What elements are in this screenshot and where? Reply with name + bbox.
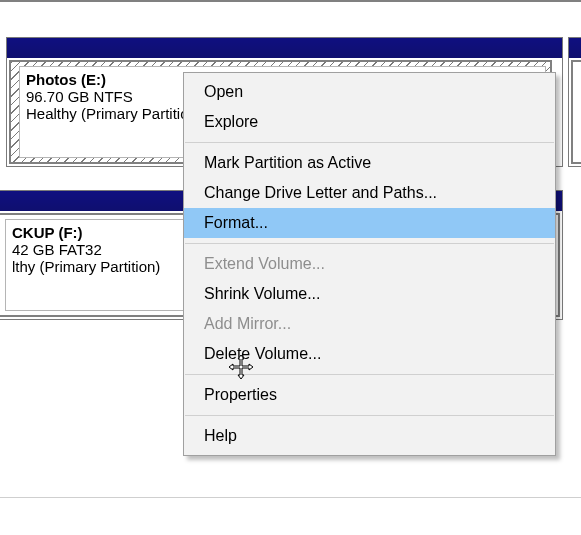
- menu-explore[interactable]: Explore: [184, 107, 555, 137]
- volume-right-partial[interactable]: 4 H: [571, 60, 581, 164]
- window-frame-top: [0, 0, 581, 2]
- disk-1b-header-bar: [569, 38, 581, 58]
- menu-add-mirror: Add Mirror...: [184, 309, 555, 339]
- menu-separator: [185, 374, 554, 375]
- pane-divider: [0, 497, 581, 498]
- menu-change-drive-letter[interactable]: Change Drive Letter and Paths...: [184, 178, 555, 208]
- menu-format[interactable]: Format...: [184, 208, 555, 238]
- menu-separator: [185, 142, 554, 143]
- menu-separator: [185, 243, 554, 244]
- volume-context-menu: Open Explore Mark Partition as Active Ch…: [183, 72, 556, 456]
- menu-open[interactable]: Open: [184, 77, 555, 107]
- menu-extend-volume: Extend Volume...: [184, 249, 555, 279]
- disk-1b: 4 H: [568, 37, 581, 167]
- menu-separator: [185, 415, 554, 416]
- menu-help[interactable]: Help: [184, 421, 555, 451]
- disk-1-header-bar: [7, 38, 562, 58]
- menu-shrink-volume[interactable]: Shrink Volume...: [184, 279, 555, 309]
- menu-properties[interactable]: Properties: [184, 380, 555, 410]
- menu-mark-partition-active[interactable]: Mark Partition as Active: [184, 148, 555, 178]
- menu-delete-volume[interactable]: Delete Volume...: [184, 339, 555, 369]
